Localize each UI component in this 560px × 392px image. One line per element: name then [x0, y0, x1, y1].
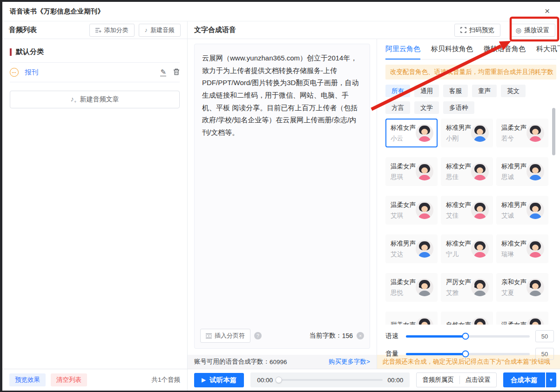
audio-page-label[interactable]: 音频所属页: [417, 376, 459, 384]
voice-card[interactable]: 甜美女声: [385, 312, 438, 325]
qr-scan-icon: [460, 27, 466, 33]
voice-card[interactable]: 温柔女声思琪: [385, 157, 438, 186]
voice-card[interactable]: 亲和女声艾夏: [496, 273, 548, 302]
voice-type: 标准女声: [446, 162, 471, 171]
synthesize-button[interactable]: 合成本篇: [503, 372, 545, 387]
voice-filter-chip[interactable]: 客服: [443, 85, 468, 97]
volume-slider-handle[interactable]: [462, 351, 469, 358]
insert-page-break-button[interactable]: 插入分页符: [200, 329, 250, 343]
click-set-button[interactable]: 点击设置: [460, 376, 496, 384]
voice-filter-chip[interactable]: 所有: [385, 85, 410, 97]
voice-card[interactable]: 温柔女声艾琪: [385, 196, 438, 225]
music-note-icon: ♪: [145, 27, 148, 33]
voice-card[interactable]: 标准男声艾达: [385, 234, 438, 263]
voice-provider-tab[interactable]: 阿里云角色: [385, 45, 420, 60]
audio-item-label[interactable]: 报刊: [25, 68, 38, 77]
voice-filter-chip[interactable]: 多语种: [443, 101, 474, 114]
tts-title: 文字合成语音: [194, 26, 236, 33]
page-break-icon: [206, 333, 212, 339]
voice-avatar: [416, 240, 433, 258]
trash-icon[interactable]: [173, 68, 180, 75]
audio-list-header: 音频列表 添加分类 ♪ 新建音频: [2, 21, 188, 39]
tts-textarea[interactable]: 云展网（www.yunzhan365.com）创立于2014年，致力于为上传者提…: [194, 44, 370, 349]
voice-provider-tab[interactable]: 微软语音角色: [484, 45, 526, 59]
voice-card[interactable]: 自然女声: [441, 312, 493, 325]
listen-button[interactable]: ▶ 试听本篇: [194, 373, 244, 387]
gear-icon: ◎: [516, 27, 521, 33]
voice-card[interactable]: 标准男声艾诚: [496, 196, 548, 225]
voice-card[interactable]: 严厉女声艾雅: [441, 273, 493, 302]
voice-avatar: [416, 163, 433, 180]
voice-name: 思佳: [446, 173, 471, 181]
voice-card[interactable]: 标准男声小刚: [441, 119, 493, 147]
buy-more-link[interactable]: 购买更多字数>: [329, 358, 370, 366]
audio-list-panel: 默认分类 … 报刊 ✎ ♪+ 新建音频文章: [2, 39, 188, 369]
add-category-button[interactable]: 添加分类: [89, 24, 135, 37]
voice-type: 标准男声: [391, 239, 416, 248]
voice-reading-dialog: 语音读书《万彩信息企业期刊》 × 音频列表 添加分类 ♪ 新建音频 文字合成语音: [2, 2, 560, 391]
speed-slider-handle[interactable]: [462, 333, 469, 340]
voice-type: 甜美女声: [391, 321, 416, 325]
voice-name: 若兮: [501, 134, 526, 143]
volume-slider[interactable]: [406, 353, 530, 355]
player-handle[interactable]: [276, 377, 282, 383]
voice-avatar: [471, 317, 489, 325]
preview-effect-button[interactable]: 预览效果: [9, 373, 46, 386]
voice-provider-tab[interactable]: 科大讯飞角色: [536, 45, 560, 59]
voice-filter-chip[interactable]: 童声: [472, 85, 497, 97]
play-settings-button[interactable]: ◎ 播放设置: [510, 24, 555, 37]
voice-name: 艾夏: [501, 289, 526, 297]
voice-type: 标准男声: [501, 162, 526, 171]
edit-icon[interactable]: ✎: [160, 68, 166, 77]
new-audio-button[interactable]: ♪ 新建音频: [139, 24, 181, 37]
voice-card[interactable]: 标准男声思诚: [496, 157, 548, 186]
clear-list-button[interactable]: 清空列表: [51, 373, 87, 386]
tts-text[interactable]: 云展网（www.yunzhan365.com）创立于2014年，致力于为上传者提…: [195, 44, 370, 147]
voice-card[interactable]: 温柔女声若兮: [496, 119, 548, 147]
volume-label: 音量: [385, 350, 401, 358]
voice-card[interactable]: 标准女声宁儿: [441, 234, 493, 263]
close-icon[interactable]: ×: [545, 7, 550, 15]
play-settings-label: 播放设置: [524, 26, 549, 34]
synthesize-dropdown-icon[interactable]: ▼: [546, 372, 556, 387]
audio-list-item[interactable]: … 报刊 ✎: [10, 63, 180, 82]
voice-avatar: [416, 201, 433, 219]
voice-card[interactable]: 温柔女声: [496, 312, 548, 325]
voice-card[interactable]: 标准女声小云: [385, 119, 438, 147]
voice-card[interactable]: 标准女声思佳: [441, 157, 493, 186]
voice-card[interactable]: 标准女声瑞琳: [496, 234, 548, 263]
ellipsis-circle-icon[interactable]: …: [10, 68, 19, 77]
help-icon[interactable]: ?: [254, 332, 262, 339]
speed-slider[interactable]: [406, 335, 530, 338]
scan-preview-label: 扫码预览: [469, 26, 494, 34]
voice-type: 温柔女声: [501, 124, 526, 132]
voice-filter-chip[interactable]: 英文: [501, 85, 526, 97]
voice-card[interactable]: 温柔女声思悦: [385, 273, 438, 302]
voice-avatar: [526, 124, 544, 142]
speed-slider-row: 语速 50: [385, 330, 554, 342]
scrollbar-thumb[interactable]: [552, 108, 555, 155]
voice-type: 标准女声: [391, 124, 416, 132]
voice-avatar: [471, 279, 489, 296]
scan-preview-button[interactable]: 扫码预览: [454, 24, 500, 37]
insert-page-break-label: 插入分页符: [215, 332, 245, 340]
clear-count-icon[interactable]: ×: [357, 332, 364, 339]
speed-value-input[interactable]: 50: [535, 330, 554, 342]
time-current: 00:00: [257, 377, 273, 384]
player-track[interactable]: [277, 379, 383, 381]
voice-name: 艾达: [391, 250, 416, 259]
voice-filter-chip[interactable]: 方言: [385, 101, 410, 114]
voice-filter-chip[interactable]: 文学: [414, 101, 439, 114]
voice-avatar: [526, 279, 544, 296]
volume-value-input[interactable]: 50: [535, 348, 554, 360]
voice-card[interactable]: 标准女声艾佳: [441, 196, 493, 225]
new-audio-article-label: 新建音频文章: [80, 95, 119, 104]
new-audio-article-button[interactable]: ♪+ 新建音频文章: [10, 91, 180, 108]
voice-avatar: [471, 124, 489, 142]
voice-name: 思琪: [391, 173, 416, 181]
voice-avatar: [526, 240, 544, 258]
dialog-title: 语音读书《万彩信息企业期刊》: [10, 7, 104, 16]
voice-provider-tab[interactable]: 标贝科技角色: [431, 45, 473, 59]
voice-filter-chip[interactable]: 通用: [414, 85, 439, 97]
voice-name: 小刚: [446, 134, 471, 143]
